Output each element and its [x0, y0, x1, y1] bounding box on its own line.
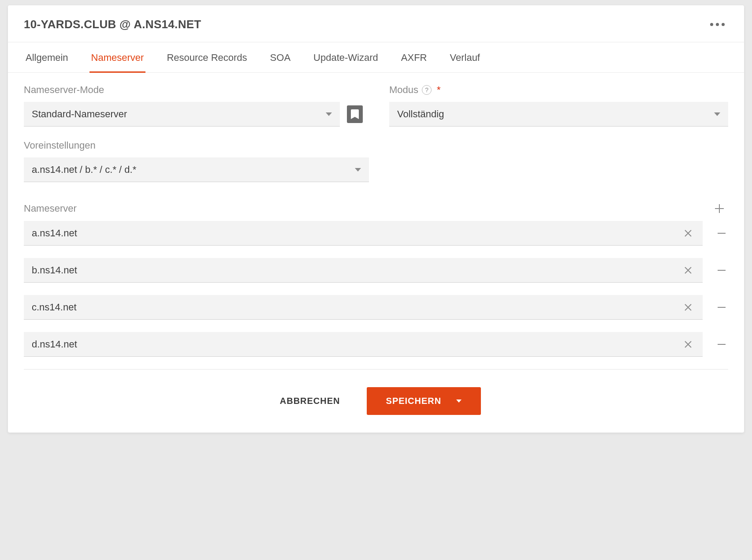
- clear-input-button[interactable]: [681, 264, 695, 277]
- tab-soa[interactable]: SOA: [268, 42, 292, 73]
- nameserver-rows: [24, 221, 728, 357]
- clear-input-button[interactable]: [681, 338, 695, 351]
- clear-input-button[interactable]: [681, 301, 695, 314]
- chevron-down-icon: [714, 112, 720, 116]
- nameserver-row: [24, 332, 728, 357]
- remove-nameserver-button[interactable]: [715, 338, 728, 351]
- nameserver-row: [24, 221, 728, 246]
- plus-icon: [714, 203, 725, 214]
- chevron-down-icon: [326, 112, 332, 116]
- chevron-down-icon: [355, 168, 361, 172]
- close-icon: [684, 266, 692, 275]
- remove-nameserver-button[interactable]: [715, 227, 728, 240]
- nameserver-row: [24, 258, 728, 283]
- more-actions-button[interactable]: [707, 19, 728, 30]
- nameserver-mode-label: Nameserver-Mode: [24, 84, 363, 96]
- svg-rect-1: [718, 270, 726, 271]
- chevron-down-icon: [456, 399, 462, 403]
- nameserver-input-wrap: [24, 332, 703, 357]
- remove-nameserver-button[interactable]: [715, 264, 728, 277]
- clear-input-button[interactable]: [681, 227, 695, 240]
- nameserver-list-label: Nameserver: [24, 203, 77, 214]
- add-nameserver-button[interactable]: [711, 200, 728, 217]
- preset-label: Voreinstellungen: [24, 140, 369, 151]
- svg-rect-3: [718, 344, 726, 345]
- preset-value: a.ns14.net / b.* / c.* / d.*: [32, 164, 136, 175]
- tab-allgemein[interactable]: Allgemein: [24, 42, 70, 73]
- required-indicator: *: [437, 84, 441, 96]
- nameserver-mode-value: Standard-Nameserver: [32, 108, 127, 120]
- form-area: Nameserver-Mode Standard-Nameserver Modu…: [8, 73, 744, 357]
- nameserver-input[interactable]: [32, 339, 629, 350]
- settings-card: 10-YARDS.CLUB @ A.NS14.NET Allgemein Nam…: [8, 5, 744, 433]
- minus-icon: [716, 228, 727, 239]
- close-icon: [684, 303, 692, 312]
- nameserver-mode-select[interactable]: Standard-Nameserver: [24, 102, 340, 127]
- nameserver-input[interactable]: [32, 265, 629, 276]
- modus-select[interactable]: Vollständig: [389, 102, 728, 127]
- help-icon[interactable]: ?: [422, 85, 432, 95]
- modus-label: Modus ? *: [389, 84, 728, 96]
- preset-select[interactable]: a.ns14.net / b.* / c.* / d.*: [24, 157, 369, 182]
- bookmark-button[interactable]: [347, 105, 363, 123]
- minus-icon: [716, 302, 727, 313]
- minus-icon: [716, 265, 727, 276]
- nameserver-input[interactable]: [32, 228, 629, 239]
- nameserver-input-wrap: [24, 295, 703, 320]
- tab-axfr[interactable]: AXFR: [399, 42, 429, 73]
- nameserver-list-header: Nameserver: [24, 200, 728, 217]
- modus-value: Vollständig: [397, 108, 444, 120]
- nameserver-input-wrap: [24, 221, 703, 246]
- close-icon: [684, 340, 692, 349]
- field-nameserver-mode: Nameserver-Mode Standard-Nameserver: [24, 84, 363, 127]
- remove-nameserver-button[interactable]: [715, 301, 728, 314]
- nameserver-row: [24, 295, 728, 320]
- svg-rect-2: [718, 307, 726, 308]
- minus-icon: [716, 339, 727, 350]
- footer-actions: ABBRECHEN SPEICHERN: [8, 370, 744, 415]
- close-icon: [684, 229, 692, 238]
- field-modus: Modus ? * Vollständig: [389, 84, 728, 127]
- bookmark-icon: [351, 109, 359, 119]
- tab-nameserver[interactable]: Nameserver: [89, 42, 146, 73]
- tab-verlauf[interactable]: Verlauf: [448, 42, 482, 73]
- tab-resource-records[interactable]: Resource Records: [165, 42, 249, 73]
- nameserver-input-wrap: [24, 258, 703, 283]
- page-title: 10-YARDS.CLUB @ A.NS14.NET: [24, 18, 201, 31]
- tab-update-wizard[interactable]: Update-Wizard: [312, 42, 380, 73]
- field-preset: Voreinstellungen a.ns14.net / b.* / c.* …: [24, 140, 369, 182]
- svg-rect-0: [718, 233, 726, 234]
- modus-label-text: Modus: [389, 84, 418, 96]
- nameserver-input[interactable]: [32, 302, 629, 313]
- tab-bar: Allgemein Nameserver Resource Records SO…: [8, 42, 744, 73]
- save-button-label: SPEICHERN: [386, 396, 442, 406]
- save-button[interactable]: SPEICHERN: [367, 387, 481, 415]
- cancel-button[interactable]: ABBRECHEN: [271, 389, 349, 413]
- card-header: 10-YARDS.CLUB @ A.NS14.NET: [8, 5, 744, 42]
